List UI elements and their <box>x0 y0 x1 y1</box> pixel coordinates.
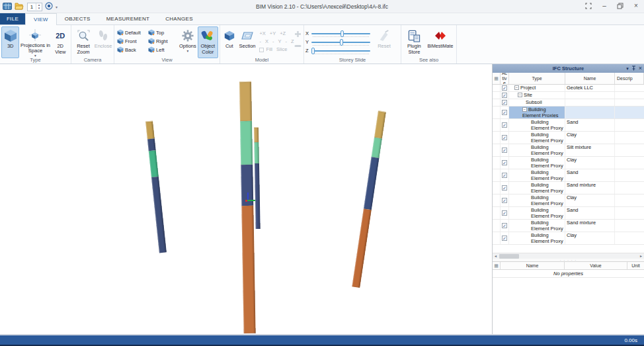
row-checkbox[interactable]: ✓ <box>502 85 507 91</box>
row-type-cell[interactable]: Building Element Proxy <box>509 207 565 219</box>
selection-count-spinner[interactable]: 1 ▴ ▾ <box>27 3 42 11</box>
soil-layer-segment[interactable] <box>240 121 253 165</box>
slider-handle-y[interactable] <box>340 39 343 46</box>
options-button[interactable]: Options ▾ <box>178 26 197 58</box>
row-name-cell[interactable]: Sand mixture <box>565 182 615 194</box>
fullscreen-button[interactable] <box>584 2 592 10</box>
borehole-middle[interactable] <box>239 81 256 333</box>
bimestimate-button[interactable]: BIMestiMate <box>426 26 455 58</box>
borehole-left[interactable] <box>145 120 167 253</box>
cut-button[interactable]: Cut <box>221 26 237 58</box>
row-name-cell[interactable]: Geotek LLC <box>565 85 615 91</box>
row-name-cell[interactable]: Sand mixture <box>565 220 615 232</box>
grid-corner-icon[interactable]: ▦ <box>493 73 501 84</box>
row-checkbox[interactable]: ✓ <box>502 122 507 128</box>
row-name-cell[interactable] <box>565 107 615 118</box>
row-checkbox[interactable]: ✓ <box>502 198 507 203</box>
tab-changes[interactable]: CHANGES <box>157 13 201 24</box>
soil-layer-segment[interactable] <box>241 206 255 333</box>
tree-row[interactable]: ✓Building Element ProxySand mixture <box>493 182 644 195</box>
row-checkbox[interactable]: ✓ <box>502 185 507 191</box>
row-name-cell[interactable]: Clay <box>565 132 615 144</box>
minus-axes-label[interactable]: - X - Y - Z <box>259 38 294 46</box>
column-header-type[interactable]: Type <box>509 73 565 84</box>
tree-row[interactable]: ✓Building Element ProxySand <box>493 119 644 132</box>
row-name-cell[interactable]: Sand <box>565 169 615 181</box>
chevron-down-icon[interactable]: ▾ <box>626 66 629 71</box>
tree-row[interactable]: ✓Subsoil <box>493 99 644 107</box>
column-header-description[interactable]: Descrip <box>615 73 644 84</box>
row-type-cell[interactable]: Building Element Proxy <box>509 182 565 194</box>
property-column-unit[interactable]: Unit <box>627 262 644 269</box>
grid-corner-icon[interactable]: ▦ <box>493 262 501 269</box>
open-file-icon[interactable] <box>15 2 24 11</box>
slider-track-z[interactable] <box>311 47 370 55</box>
row-checkbox[interactable]: ✓ <box>502 93 507 98</box>
soil-layer-segment[interactable] <box>145 120 155 139</box>
tree-row[interactable]: ✓Building Element ProxySand <box>493 207 644 220</box>
row-checkbox[interactable]: ✓ <box>502 210 507 216</box>
collapse-expander-icon[interactable]: − <box>518 93 522 97</box>
tree-row[interactable]: ✓−Site <box>493 92 644 99</box>
tab-measurement[interactable]: MEASUREMENT <box>99 13 158 24</box>
row-name-cell[interactable]: Clay <box>565 232 615 244</box>
borehole-right[interactable] <box>352 110 386 288</box>
row-type-cell[interactable]: Building Element Proxy <box>509 119 565 131</box>
column-header-name[interactable]: Name <box>565 73 615 84</box>
tree-row[interactable]: ✓Building Element ProxyClay <box>493 195 644 207</box>
scrollbar-thumb[interactable] <box>499 254 519 259</box>
3d-viewport[interactable] <box>0 64 492 334</box>
qat-customize-icon[interactable]: ▾ <box>56 5 58 9</box>
slider-track-y[interactable] <box>311 38 370 46</box>
minus-icon[interactable] <box>294 43 302 49</box>
row-name-cell[interactable]: Sand <box>565 207 615 219</box>
plus-axes-label[interactable]: +X +Y +Z <box>259 30 294 38</box>
spinner-arrows[interactable]: ▴ ▾ <box>36 3 42 10</box>
row-type-cell[interactable]: Building Element Proxy <box>509 132 565 144</box>
view-back-button[interactable]: Back <box>116 46 147 54</box>
row-checkbox[interactable]: ✓ <box>502 148 507 153</box>
fill-slice-checkbox[interactable]: Fill Slice <box>259 46 294 54</box>
soil-layer-segment[interactable] <box>352 208 371 287</box>
collapse-expander-icon[interactable]: − <box>514 85 519 90</box>
row-name-cell[interactable] <box>565 92 615 99</box>
row-type-cell[interactable]: −Site <box>509 92 565 99</box>
soil-layer-segment[interactable] <box>151 177 167 253</box>
tree-row[interactable]: ✓Building Element ProxyClay <box>493 232 644 245</box>
tree-row[interactable]: ✓Building Element ProxySand mixture <box>493 220 644 232</box>
view-front-button[interactable]: Front <box>116 37 147 46</box>
slider-handle-x[interactable] <box>341 30 344 37</box>
tree-row[interactable]: ✓Building Element ProxyClay <box>493 157 644 169</box>
row-checkbox[interactable]: ✓ <box>502 100 507 105</box>
soil-layer-segment[interactable] <box>364 157 380 210</box>
minimize-button[interactable]: – <box>600 2 608 10</box>
tree-row[interactable]: ✓Building Element ProxyClay <box>493 132 644 144</box>
panel-titlebar[interactable]: IFC Structure ▾ × <box>493 64 644 73</box>
row-name-cell[interactable]: Clay <box>565 157 615 169</box>
projections-in-space-button[interactable]: Projections in Space ▾ <box>19 26 51 58</box>
row-checkbox[interactable]: ✓ <box>502 236 507 241</box>
collapse-expander-icon[interactable]: − <box>522 107 527 112</box>
row-type-cell[interactable]: Subsoil <box>509 99 565 106</box>
row-type-cell[interactable]: Building Element Proxy <box>509 157 565 169</box>
spinner-value[interactable]: 1 <box>28 4 36 10</box>
soil-layer-segment[interactable] <box>147 138 156 151</box>
row-checkbox[interactable]: ✓ <box>502 173 507 178</box>
row-checkbox[interactable]: ✓ <box>502 110 507 115</box>
row-checkbox[interactable]: ✓ <box>502 223 507 228</box>
enclose-button[interactable]: Enclose <box>94 26 112 58</box>
row-name-cell[interactable]: Clay <box>565 195 615 206</box>
row-type-cell[interactable]: Building Element Proxy <box>509 220 565 232</box>
row-type-cell[interactable]: Building Element Proxy <box>509 169 565 181</box>
slider-handle-z[interactable] <box>311 48 315 54</box>
row-checkbox[interactable]: ✓ <box>502 135 507 140</box>
row-type-cell[interactable]: Building Element Proxy <box>509 195 565 206</box>
row-name-cell[interactable] <box>565 99 615 106</box>
soil-layer-segment[interactable] <box>254 127 259 142</box>
slider-track-x[interactable] <box>311 30 370 38</box>
row-type-cell[interactable]: Building Element Proxy <box>509 144 565 156</box>
restore-button[interactable] <box>616 2 624 10</box>
row-name-cell[interactable]: Sand <box>565 119 615 131</box>
view-default-button[interactable]: Default <box>116 28 147 37</box>
target-icon[interactable] <box>45 2 53 11</box>
